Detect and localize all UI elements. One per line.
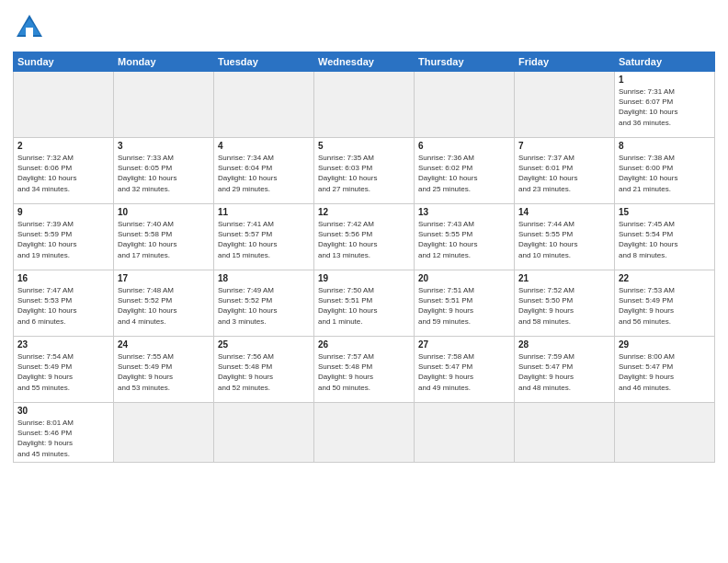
calendar-cell: 9Sunrise: 7:39 AM Sunset: 5:59 PM Daylig…	[14, 204, 114, 270]
day-info: Sunrise: 7:32 AM Sunset: 6:06 PM Dayligh…	[17, 153, 109, 194]
calendar-cell: 18Sunrise: 7:49 AM Sunset: 5:52 PM Dayli…	[214, 270, 314, 337]
day-number: 17	[118, 273, 210, 283]
day-number: 18	[218, 273, 310, 283]
calendar: SundayMondayTuesdayWednesdayThursdayFrid…	[13, 52, 715, 463]
calendar-cell: 29Sunrise: 8:00 AM Sunset: 5:47 PM Dayli…	[615, 337, 715, 403]
page: SundayMondayTuesdayWednesdayThursdayFrid…	[0, 0, 728, 563]
day-number: 21	[518, 273, 610, 283]
calendar-cell	[515, 72, 615, 138]
day-info: Sunrise: 7:58 AM Sunset: 5:47 PM Dayligh…	[418, 351, 510, 393]
day-info: Sunrise: 7:45 AM Sunset: 5:54 PM Dayligh…	[619, 219, 711, 260]
calendar-cell: 3Sunrise: 7:33 AM Sunset: 6:05 PM Daylig…	[114, 138, 214, 204]
day-info: Sunrise: 7:47 AM Sunset: 5:53 PM Dayligh…	[17, 285, 109, 327]
day-number: 13	[418, 207, 510, 217]
day-number: 29	[619, 339, 711, 350]
day-number: 1	[619, 75, 711, 85]
calendar-cell: 6Sunrise: 7:36 AM Sunset: 6:02 PM Daylig…	[415, 138, 515, 204]
day-number: 10	[118, 207, 210, 217]
day-number: 19	[318, 273, 410, 283]
day-info: Sunrise: 7:39 AM Sunset: 5:59 PM Dayligh…	[17, 219, 109, 260]
day-info: Sunrise: 8:00 AM Sunset: 5:47 PM Dayligh…	[619, 351, 711, 393]
day-info: Sunrise: 7:51 AM Sunset: 5:51 PM Dayligh…	[418, 285, 510, 327]
day-info: Sunrise: 7:44 AM Sunset: 5:55 PM Dayligh…	[518, 219, 610, 260]
day-info: Sunrise: 7:52 AM Sunset: 5:50 PM Dayligh…	[518, 285, 610, 327]
day-info: Sunrise: 7:50 AM Sunset: 5:51 PM Dayligh…	[318, 285, 410, 327]
day-number: 5	[318, 141, 410, 151]
calendar-cell: 24Sunrise: 7:55 AM Sunset: 5:49 PM Dayli…	[114, 337, 214, 403]
calendar-cell	[415, 403, 515, 463]
day-number: 6	[418, 141, 510, 151]
calendar-cell: 25Sunrise: 7:56 AM Sunset: 5:48 PM Dayli…	[214, 337, 314, 403]
day-info: Sunrise: 7:53 AM Sunset: 5:49 PM Dayligh…	[619, 285, 711, 327]
day-info: Sunrise: 7:31 AM Sunset: 6:07 PM Dayligh…	[619, 86, 711, 128]
calendar-cell	[214, 403, 314, 463]
calendar-cell: 2Sunrise: 7:32 AM Sunset: 6:06 PM Daylig…	[14, 138, 114, 204]
day-info: Sunrise: 7:38 AM Sunset: 6:00 PM Dayligh…	[619, 153, 711, 194]
calendar-cell: 13Sunrise: 7:43 AM Sunset: 5:55 PM Dayli…	[415, 204, 515, 270]
day-number: 23	[17, 339, 109, 350]
calendar-cell	[14, 72, 114, 138]
day-info: Sunrise: 7:57 AM Sunset: 5:48 PM Dayligh…	[318, 351, 410, 393]
calendar-header-saturday: Saturday	[615, 52, 715, 72]
logo-icon	[13, 11, 46, 44]
calendar-cell: 30Sunrise: 8:01 AM Sunset: 5:46 PM Dayli…	[14, 403, 114, 463]
calendar-cell: 21Sunrise: 7:52 AM Sunset: 5:50 PM Dayli…	[515, 270, 615, 337]
calendar-cell: 27Sunrise: 7:58 AM Sunset: 5:47 PM Dayli…	[415, 337, 515, 403]
calendar-cell	[114, 72, 214, 138]
calendar-cell: 14Sunrise: 7:44 AM Sunset: 5:55 PM Dayli…	[515, 204, 615, 270]
day-info: Sunrise: 8:01 AM Sunset: 5:46 PM Dayligh…	[17, 418, 109, 459]
calendar-cell	[314, 403, 415, 463]
calendar-week-4: 16Sunrise: 7:47 AM Sunset: 5:53 PM Dayli…	[14, 270, 715, 337]
day-info: Sunrise: 7:42 AM Sunset: 5:56 PM Dayligh…	[318, 219, 410, 260]
calendar-cell: 20Sunrise: 7:51 AM Sunset: 5:51 PM Dayli…	[415, 270, 515, 337]
day-number: 2	[17, 141, 109, 151]
calendar-cell: 7Sunrise: 7:37 AM Sunset: 6:01 PM Daylig…	[515, 138, 615, 204]
calendar-header-thursday: Thursday	[415, 52, 515, 72]
calendar-cell: 4Sunrise: 7:34 AM Sunset: 6:04 PM Daylig…	[214, 138, 314, 204]
calendar-cell	[214, 72, 314, 138]
calendar-cell	[114, 403, 214, 463]
day-number: 14	[518, 207, 610, 217]
day-info: Sunrise: 7:36 AM Sunset: 6:02 PM Dayligh…	[418, 153, 510, 194]
calendar-cell: 19Sunrise: 7:50 AM Sunset: 5:51 PM Dayli…	[314, 270, 415, 337]
day-number: 7	[518, 141, 610, 151]
day-number: 9	[17, 207, 109, 217]
calendar-week-6: 30Sunrise: 8:01 AM Sunset: 5:46 PM Dayli…	[14, 403, 715, 463]
header	[13, 11, 715, 44]
day-number: 3	[118, 141, 210, 151]
calendar-cell: 8Sunrise: 7:38 AM Sunset: 6:00 PM Daylig…	[615, 138, 715, 204]
day-number: 4	[218, 141, 310, 151]
calendar-cell: 11Sunrise: 7:41 AM Sunset: 5:57 PM Dayli…	[214, 204, 314, 270]
day-info: Sunrise: 7:34 AM Sunset: 6:04 PM Dayligh…	[218, 153, 310, 194]
day-info: Sunrise: 7:43 AM Sunset: 5:55 PM Dayligh…	[418, 219, 510, 260]
calendar-header-wednesday: Wednesday	[314, 52, 415, 72]
day-info: Sunrise: 7:41 AM Sunset: 5:57 PM Dayligh…	[218, 219, 310, 260]
calendar-week-5: 23Sunrise: 7:54 AM Sunset: 5:49 PM Dayli…	[14, 337, 715, 403]
calendar-cell: 15Sunrise: 7:45 AM Sunset: 5:54 PM Dayli…	[615, 204, 715, 270]
calendar-cell: 12Sunrise: 7:42 AM Sunset: 5:56 PM Dayli…	[314, 204, 415, 270]
day-number: 27	[418, 339, 510, 350]
calendar-cell: 17Sunrise: 7:48 AM Sunset: 5:52 PM Dayli…	[114, 270, 214, 337]
day-number: 16	[17, 273, 109, 283]
day-number: 25	[218, 339, 310, 350]
calendar-cell: 16Sunrise: 7:47 AM Sunset: 5:53 PM Dayli…	[14, 270, 114, 337]
svg-rect-2	[26, 28, 33, 37]
calendar-header-sunday: Sunday	[14, 52, 114, 72]
day-number: 8	[619, 141, 711, 151]
day-info: Sunrise: 7:54 AM Sunset: 5:49 PM Dayligh…	[17, 351, 109, 393]
logo	[13, 11, 51, 44]
day-number: 30	[17, 406, 109, 416]
calendar-cell: 5Sunrise: 7:35 AM Sunset: 6:03 PM Daylig…	[314, 138, 415, 204]
day-number: 26	[318, 339, 410, 350]
day-info: Sunrise: 7:40 AM Sunset: 5:58 PM Dayligh…	[118, 219, 210, 260]
calendar-header-monday: Monday	[114, 52, 214, 72]
day-info: Sunrise: 7:49 AM Sunset: 5:52 PM Dayligh…	[218, 285, 310, 327]
day-info: Sunrise: 7:59 AM Sunset: 5:47 PM Dayligh…	[518, 351, 610, 393]
calendar-cell	[314, 72, 415, 138]
calendar-header-tuesday: Tuesday	[214, 52, 314, 72]
calendar-cell: 10Sunrise: 7:40 AM Sunset: 5:58 PM Dayli…	[114, 204, 214, 270]
calendar-cell: 23Sunrise: 7:54 AM Sunset: 5:49 PM Dayli…	[14, 337, 114, 403]
calendar-cell: 26Sunrise: 7:57 AM Sunset: 5:48 PM Dayli…	[314, 337, 415, 403]
day-number: 28	[518, 339, 610, 350]
calendar-week-1: 1Sunrise: 7:31 AM Sunset: 6:07 PM Daylig…	[14, 72, 715, 138]
